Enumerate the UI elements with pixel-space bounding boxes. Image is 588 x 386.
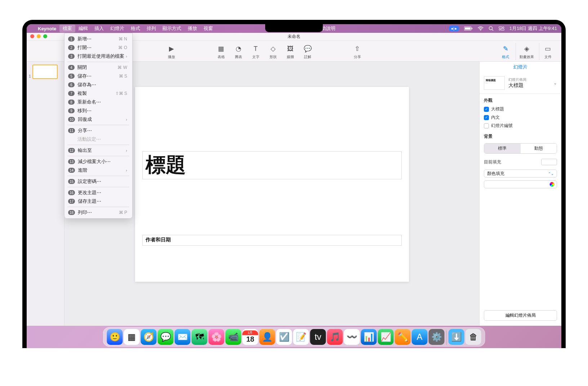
dock-launchpad-icon[interactable]: ▦ — [124, 329, 140, 345]
menu-slide[interactable]: 幻燈片 — [107, 25, 128, 32]
menu-item[interactable]: 13減少檔案大小⋯ — [64, 157, 132, 166]
dock[interactable]: 🙂 ▦ 🧭 💬 ✉️ 🗺 🌸 📹 1月 18 👤 ☑️ 📝 tv 🎵 〰️ 📊 … — [103, 327, 485, 347]
slide-thumbnail[interactable] — [32, 65, 58, 79]
menu-item[interactable]: 1新增⋯⌘ N — [64, 35, 132, 43]
slide-thumbnail-row[interactable]: 1 — [27, 64, 64, 80]
slide[interactable]: 標題 作者和日期 — [135, 87, 409, 282]
fill-type-label: 顏色填充 — [487, 171, 504, 177]
edit-layout-button[interactable]: 編輯幻燈片佈局 — [484, 310, 557, 321]
menu-item[interactable]: 5儲存⋯⌘ S — [64, 72, 132, 80]
share-button[interactable]: ⇧ 分享 — [349, 43, 366, 60]
dock-photos-icon[interactable]: 🌸 — [209, 329, 224, 345]
menu-badge: 18 — [68, 210, 75, 215]
dock-notes-icon[interactable]: 📝 — [293, 329, 309, 345]
menu-format[interactable]: 格式 — [128, 25, 143, 32]
maximize-button[interactable] — [43, 34, 47, 38]
menu-file[interactable]: 檔案 — [59, 25, 75, 32]
siri-icon[interactable]: ●|● — [449, 26, 459, 31]
menu-item[interactable]: 16更改主題⋯ — [64, 188, 132, 197]
close-button[interactable] — [30, 34, 34, 38]
dock-messages-icon[interactable]: 💬 — [158, 329, 174, 345]
seg-dynamic[interactable]: 動態 — [521, 144, 557, 153]
dock-settings-icon[interactable]: ⚙️ — [429, 329, 445, 345]
menu-view[interactable]: 顯示方式 — [159, 25, 184, 32]
svg-point-3 — [480, 30, 481, 31]
format-tab[interactable]: ✎ 格式 — [497, 43, 514, 60]
shape-label: 形狀 — [270, 54, 277, 60]
document-tab[interactable]: ▭ 文件 — [539, 43, 556, 60]
seg-standard[interactable]: 標準 — [484, 144, 521, 153]
shape-button[interactable]: ◇ 形狀 — [264, 43, 282, 60]
wifi-icon[interactable] — [478, 26, 484, 31]
dock-facetime-icon[interactable]: 📹 — [226, 329, 241, 345]
file-menu-dropdown[interactable]: 1新增⋯⌘ N2打開⋯⌘ O3打開最近使用過的檔案›4關閉⌘ W5儲存⋯⌘ S6… — [64, 33, 133, 219]
media-button[interactable]: 🖼 媒體 — [282, 43, 299, 60]
inspector-tab-slide[interactable]: 幻燈片 — [480, 62, 561, 73]
control-center-icon[interactable] — [499, 26, 504, 31]
menu-item[interactable]: 18列印⋯⌘ P — [64, 208, 132, 217]
menu-item[interactable]: 4關閉⌘ W — [64, 63, 132, 72]
dock-maps-icon[interactable]: 🗺 — [192, 329, 208, 345]
dock-finder-icon[interactable]: 🙂 — [107, 329, 123, 345]
menu-item[interactable]: 10回復成› — [64, 115, 132, 124]
checkbox-number[interactable] — [484, 123, 489, 128]
menu-item[interactable]: 9移到⋯ — [64, 106, 132, 115]
menu-arrange[interactable]: 排列 — [143, 25, 159, 32]
svg-rect-6 — [499, 27, 502, 28]
dock-numbers-icon[interactable]: 📈 — [378, 329, 394, 345]
menu-item[interactable]: 7複製⇧⌘ S — [64, 89, 132, 98]
chart-button[interactable]: ◔ 圖表 — [230, 43, 247, 60]
check-body-row[interactable]: ✓ 內文 — [480, 113, 561, 122]
dock-downloads-icon[interactable]: ⬇️ — [449, 329, 464, 345]
author-placeholder[interactable]: 作者和日期 — [142, 235, 402, 246]
menu-insert[interactable]: 插入 — [91, 25, 107, 32]
check-title-row[interactable]: ✓ 大標題 — [480, 105, 561, 113]
dock-tv-icon[interactable]: tv — [310, 329, 326, 345]
dock-mail-icon[interactable]: ✉️ — [175, 329, 191, 345]
animate-tab[interactable]: ◈ 動畫效果 — [516, 43, 538, 60]
menu-item[interactable]: 12輸出至› — [64, 146, 132, 155]
menu-item[interactable]: 11分享⋯ — [64, 126, 132, 135]
dock-contacts-icon[interactable]: 👤 — [259, 329, 275, 345]
menu-play[interactable]: 播放 — [184, 25, 200, 32]
menu-item[interactable]: 6儲存為⋯ — [64, 80, 132, 89]
dock-pages-icon[interactable]: ✏️ — [395, 329, 411, 345]
menu-edit[interactable]: 編輯 — [75, 25, 91, 32]
checkbox-title[interactable]: ✓ — [484, 107, 489, 112]
battery-icon[interactable] — [464, 26, 473, 31]
dock-calendar-icon[interactable]: 1月 18 — [242, 329, 258, 345]
title-placeholder[interactable]: 標題 — [142, 151, 402, 179]
dock-keynote-icon[interactable]: 📊 — [361, 329, 377, 345]
color-wheel-icon[interactable] — [549, 182, 554, 187]
menu-item[interactable]: 3打開最近使用過的檔案› — [64, 52, 132, 61]
app-menu[interactable]: Keynote — [35, 25, 59, 32]
slide-navigator[interactable]: 1 — [27, 62, 64, 326]
menu-item[interactable]: 14進階› — [64, 166, 132, 175]
dock-trash-icon[interactable]: 🗑 — [466, 329, 481, 345]
dock-reminders-icon[interactable]: ☑️ — [276, 329, 292, 345]
fill-type-select[interactable]: 顏色填充 ⌃⌄ — [484, 170, 557, 177]
layout-picker[interactable]: 簡報標題── 幻燈片佈局 大標題 ⌄ — [480, 73, 561, 94]
dock-freeform-icon[interactable]: 〰️ — [344, 329, 360, 345]
checkbox-body[interactable]: ✓ — [484, 115, 489, 120]
background-segmented[interactable]: 標準 動態 — [484, 143, 557, 154]
dock-safari-icon[interactable]: 🧭 — [141, 329, 157, 345]
fill-swatch[interactable] — [541, 159, 557, 165]
fill-color-row[interactable] — [484, 180, 557, 188]
table-button[interactable]: ▦ 表格 — [213, 43, 230, 60]
menu-item[interactable]: 2打開⋯⌘ O — [64, 43, 132, 52]
text-button[interactable]: T 文字 — [247, 43, 264, 60]
menubar-datetime[interactable]: 1月18日 週四 上午9:41 — [509, 25, 557, 32]
minimize-button[interactable] — [37, 34, 41, 38]
menu-item[interactable]: 8重新命名⋯ — [64, 98, 132, 106]
comment-button[interactable]: 💬 註解 — [299, 43, 316, 60]
menu-item[interactable]: 15設定密碼⋯ — [64, 177, 132, 186]
dock-music-icon[interactable]: 🎵 — [327, 329, 343, 345]
play-button[interactable]: ▶ 播放 — [163, 43, 180, 60]
menu-window[interactable]: 視窗 — [200, 25, 216, 32]
menu-item[interactable]: 17儲存主題⋯ — [64, 197, 132, 206]
spotlight-icon[interactable] — [489, 26, 494, 31]
menu-shortcut: ⌘ P — [119, 210, 127, 215]
dock-appstore-icon[interactable]: A — [412, 329, 428, 345]
check-number-row[interactable]: 幻燈片編號 — [480, 122, 561, 130]
